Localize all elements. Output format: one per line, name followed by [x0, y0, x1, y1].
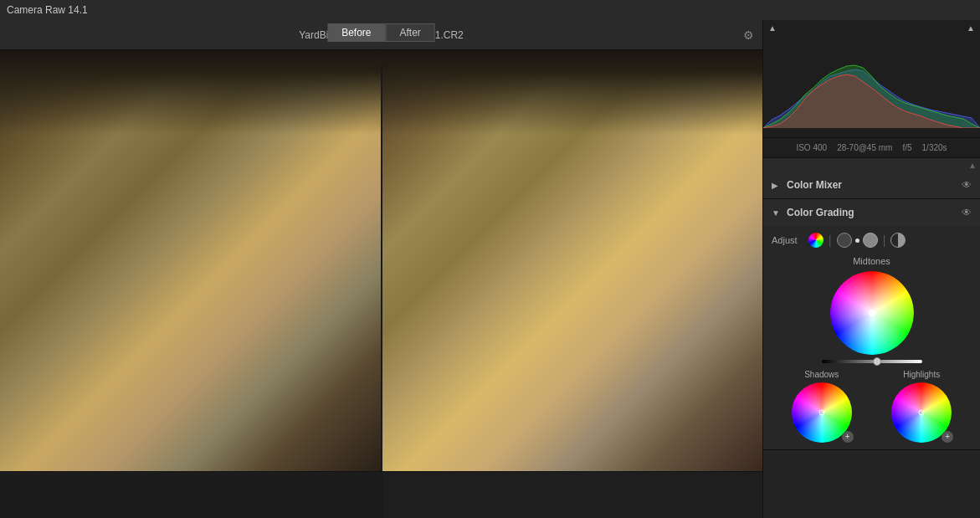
after-image: [382, 50, 763, 471]
image-viewport: [0, 50, 762, 471]
color-grading-section: ▼ Color Grading 👁 Adjust |: [763, 199, 980, 450]
adjust-shadows-icon[interactable]: [837, 233, 852, 248]
shadows-wheel-container[interactable]: +: [792, 382, 852, 443]
color-mixer-chevron: ▶: [772, 181, 782, 190]
shadows-highlights-row: Shadows + H: [772, 370, 972, 443]
shadows-section: Shadows +: [792, 370, 852, 443]
exif-bar: ISO 400 28-70@45 mm f/5 1/320s: [763, 137, 980, 157]
before-image-panel: [0, 50, 381, 471]
right-panel: ▲ ▲ ISO 400 28-70@45 mm f/5 1/320s: [762, 20, 980, 518]
filmstrip: [0, 471, 762, 518]
adjust-icons: | |: [808, 233, 906, 248]
shadows-add-btn[interactable]: +: [842, 431, 854, 443]
midtones-lum-slider-container: [822, 360, 922, 363]
histogram-arrow-left[interactable]: ▲: [768, 23, 777, 33]
exif-shutter: 1/320s: [922, 143, 947, 152]
histogram-svg: [763, 36, 980, 128]
before-image: [0, 50, 381, 471]
filmstrip-before: [0, 472, 381, 518]
before-tab[interactable]: Before: [327, 23, 385, 42]
after-image-panel: [381, 50, 763, 471]
scroll-control: ▲: [763, 158, 980, 172]
panels-area[interactable]: ▶ Color Mixer 👁 ▼ Color Grading 👁 Adjust: [763, 172, 980, 518]
highlights-wheel-container[interactable]: +: [891, 382, 952, 443]
adjust-sep2: |: [883, 233, 886, 247]
color-grading-chevron: ▼: [772, 208, 782, 218]
histogram-canvas: [763, 36, 980, 128]
histogram-area: ▲ ▲ ISO 400 28-70@45 mm f/5 1/320s: [763, 20, 980, 158]
histogram-arrow-right[interactable]: ▲: [967, 23, 975, 33]
top-bar: YardBird_2023_MeislerLily1421.CR2 Before…: [0, 20, 762, 50]
midtones-lum-handle[interactable]: [873, 357, 881, 366]
color-grading-header[interactable]: ▼ Color Grading 👁: [763, 199, 980, 226]
exif-iso: ISO 400: [796, 143, 827, 152]
filmstrip-after: [381, 472, 763, 518]
before-after-tabs: Before After: [327, 23, 435, 42]
color-mixer-section: ▶ Color Mixer 👁: [763, 172, 980, 199]
midtones-wheel-container[interactable]: [830, 271, 914, 355]
main-area: YardBird_2023_MeislerLily1421.CR2 Before…: [0, 20, 980, 518]
highlights-label: Highlights: [903, 370, 940, 379]
adjust-label: Adjust: [772, 235, 803, 245]
exif-aperture: f/5: [902, 143, 911, 152]
titlebar: Camera Raw 14.1: [0, 0, 980, 20]
histogram-arrows: ▲ ▲: [763, 20, 980, 36]
exif-lens: 28-70@45 mm: [837, 143, 892, 152]
midtones-lum-slider[interactable]: [822, 360, 922, 363]
scroll-up-btn[interactable]: ▲: [968, 161, 977, 170]
adjust-midtones-icon[interactable]: [863, 233, 878, 248]
adjust-row: Adjust |: [772, 233, 972, 248]
adjust-all-icon[interactable]: [808, 233, 824, 248]
adjust-highlights-icon[interactable]: [890, 233, 906, 248]
settings-icon[interactable]: ⚙: [743, 28, 754, 42]
midtones-section: Midtones: [772, 256, 972, 363]
app-title: Camera Raw 14.1: [7, 4, 88, 16]
color-mixer-header[interactable]: ▶ Color Mixer 👁: [763, 172, 980, 198]
adjust-sep1: |: [829, 233, 832, 247]
image-area: YardBird_2023_MeislerLily1421.CR2 Before…: [0, 20, 762, 518]
color-grading-eye-icon[interactable]: 👁: [962, 207, 972, 218]
color-mixer-eye-icon[interactable]: 👁: [962, 179, 972, 191]
midtones-cursor[interactable]: [869, 310, 875, 316]
highlights-section: Highlights +: [891, 370, 952, 443]
highlights-cursor[interactable]: [919, 410, 925, 416]
midtones-label: Midtones: [853, 256, 890, 266]
adjust-dot: [855, 238, 859, 243]
color-grading-label: Color Grading: [787, 207, 957, 218]
shadows-label: Shadows: [804, 370, 839, 379]
after-tab[interactable]: After: [386, 23, 435, 42]
color-mixer-label: Color Mixer: [787, 179, 957, 191]
shadows-cursor[interactable]: [818, 410, 824, 416]
color-grading-content: Adjust |: [763, 226, 980, 449]
